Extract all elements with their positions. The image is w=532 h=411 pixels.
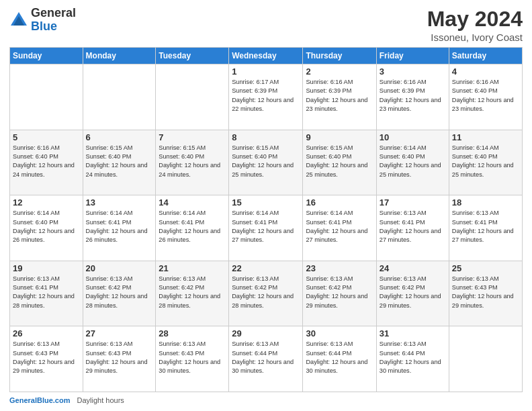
calendar-header-cell: Thursday — [303, 48, 376, 64]
calendar-cell: 6Sunrise: 6:15 AM Sunset: 6:40 PM Daylig… — [83, 130, 156, 195]
day-info: Sunrise: 6:15 AM Sunset: 6:40 PM Dayligh… — [306, 144, 373, 179]
calendar-cell: 5Sunrise: 6:16 AM Sunset: 6:40 PM Daylig… — [10, 130, 83, 195]
calendar-header-cell: Wednesday — [229, 48, 303, 64]
day-number: 29 — [232, 328, 300, 338]
day-info: Sunrise: 6:14 AM Sunset: 6:41 PM Dayligh… — [306, 209, 373, 244]
day-number: 17 — [380, 197, 446, 208]
calendar-cell: 30Sunrise: 6:13 AM Sunset: 6:44 PM Dayli… — [303, 326, 376, 392]
day-info: Sunrise: 6:13 AM Sunset: 6:43 PM Dayligh… — [159, 340, 226, 375]
footer-daylight: Daylight hours — [77, 396, 124, 404]
calendar-cell: 20Sunrise: 6:13 AM Sunset: 6:42 PM Dayli… — [83, 261, 156, 326]
calendar-cell: 14Sunrise: 6:14 AM Sunset: 6:41 PM Dayli… — [156, 195, 229, 261]
day-number: 7 — [159, 132, 226, 142]
calendar-cell: 15Sunrise: 6:14 AM Sunset: 6:41 PM Dayli… — [229, 195, 303, 261]
day-number: 26 — [13, 328, 80, 338]
day-info: Sunrise: 6:15 AM Sunset: 6:40 PM Dayligh… — [86, 144, 153, 179]
day-number: 6 — [86, 132, 153, 142]
calendar-header-cell: Tuesday — [156, 48, 229, 64]
calendar-cell: 11Sunrise: 6:14 AM Sunset: 6:40 PM Dayli… — [449, 130, 522, 195]
page: General Blue May 2024 Issoneu, Ivory Coa… — [0, 0, 532, 411]
day-info: Sunrise: 6:13 AM Sunset: 6:43 PM Dayligh… — [13, 340, 80, 375]
title-block: May 2024 Issoneu, Ivory Coast — [427, 7, 523, 43]
calendar-cell: 8Sunrise: 6:15 AM Sunset: 6:40 PM Daylig… — [229, 130, 303, 195]
calendar-cell: 29Sunrise: 6:13 AM Sunset: 6:44 PM Dayli… — [229, 326, 303, 392]
day-info: Sunrise: 6:16 AM Sunset: 6:39 PM Dayligh… — [380, 78, 446, 113]
calendar-cell: 22Sunrise: 6:13 AM Sunset: 6:42 PM Dayli… — [229, 261, 303, 326]
day-number: 18 — [452, 197, 519, 208]
calendar-cell — [10, 64, 83, 130]
calendar-header-cell: Sunday — [10, 48, 83, 64]
day-number: 23 — [306, 263, 373, 273]
logo-text: General Blue — [31, 7, 76, 34]
day-number: 2 — [306, 66, 373, 77]
calendar-cell: 25Sunrise: 6:13 AM Sunset: 6:43 PM Dayli… — [449, 261, 522, 326]
calendar-week-row: 26Sunrise: 6:13 AM Sunset: 6:43 PM Dayli… — [10, 326, 523, 392]
day-number: 22 — [232, 263, 300, 273]
calendar-cell: 16Sunrise: 6:14 AM Sunset: 6:41 PM Dayli… — [303, 195, 376, 261]
day-info: Sunrise: 6:16 AM Sunset: 6:39 PM Dayligh… — [306, 78, 373, 113]
subtitle: Issoneu, Ivory Coast — [427, 32, 523, 43]
calendar-cell: 31Sunrise: 6:13 AM Sunset: 6:44 PM Dayli… — [376, 326, 449, 392]
day-info: Sunrise: 6:16 AM Sunset: 6:40 PM Dayligh… — [452, 78, 519, 113]
calendar-cell: 13Sunrise: 6:14 AM Sunset: 6:41 PM Dayli… — [83, 195, 156, 261]
day-number: 14 — [159, 197, 226, 208]
calendar-week-row: 5Sunrise: 6:16 AM Sunset: 6:40 PM Daylig… — [10, 130, 523, 195]
day-number: 11 — [452, 132, 519, 142]
calendar-header-cell: Monday — [83, 48, 156, 64]
day-info: Sunrise: 6:13 AM Sunset: 6:43 PM Dayligh… — [452, 275, 519, 310]
day-number: 3 — [380, 66, 446, 77]
day-number: 1 — [232, 66, 300, 77]
day-number: 20 — [86, 263, 153, 273]
day-number: 16 — [306, 197, 373, 208]
day-info: Sunrise: 6:14 AM Sunset: 6:41 PM Dayligh… — [159, 209, 226, 244]
calendar-cell: 3Sunrise: 6:16 AM Sunset: 6:39 PM Daylig… — [376, 64, 449, 130]
calendar-cell: 18Sunrise: 6:13 AM Sunset: 6:41 PM Dayli… — [449, 195, 522, 261]
day-info: Sunrise: 6:13 AM Sunset: 6:43 PM Dayligh… — [86, 340, 153, 375]
day-number: 12 — [13, 197, 80, 208]
day-info: Sunrise: 6:15 AM Sunset: 6:40 PM Dayligh… — [232, 144, 300, 179]
calendar-body: 1Sunrise: 6:17 AM Sunset: 6:39 PM Daylig… — [10, 64, 523, 392]
footer: GeneralBlue.com Daylight hours — [9, 396, 523, 404]
calendar: SundayMondayTuesdayWednesdayThursdayFrid… — [9, 47, 523, 392]
calendar-cell: 26Sunrise: 6:13 AM Sunset: 6:43 PM Dayli… — [10, 326, 83, 392]
day-info: Sunrise: 6:14 AM Sunset: 6:40 PM Dayligh… — [13, 209, 80, 244]
day-number: 4 — [452, 66, 519, 77]
day-info: Sunrise: 6:13 AM Sunset: 6:41 PM Dayligh… — [13, 275, 80, 310]
calendar-header-row: SundayMondayTuesdayWednesdayThursdayFrid… — [10, 48, 523, 64]
day-info: Sunrise: 6:13 AM Sunset: 6:42 PM Dayligh… — [159, 275, 226, 310]
calendar-cell: 2Sunrise: 6:16 AM Sunset: 6:39 PM Daylig… — [303, 64, 376, 130]
day-number: 31 — [380, 328, 446, 338]
day-number: 30 — [306, 328, 373, 338]
day-info: Sunrise: 6:13 AM Sunset: 6:44 PM Dayligh… — [232, 340, 300, 375]
day-info: Sunrise: 6:15 AM Sunset: 6:40 PM Dayligh… — [159, 144, 226, 179]
day-number: 8 — [232, 132, 300, 142]
calendar-week-row: 12Sunrise: 6:14 AM Sunset: 6:40 PM Dayli… — [10, 195, 523, 261]
calendar-cell — [83, 64, 156, 130]
day-number: 13 — [86, 197, 153, 208]
day-info: Sunrise: 6:13 AM Sunset: 6:42 PM Dayligh… — [86, 275, 153, 310]
day-number: 9 — [306, 132, 373, 142]
day-info: Sunrise: 6:13 AM Sunset: 6:42 PM Dayligh… — [306, 275, 373, 310]
calendar-cell: 28Sunrise: 6:13 AM Sunset: 6:43 PM Dayli… — [156, 326, 229, 392]
calendar-cell: 4Sunrise: 6:16 AM Sunset: 6:40 PM Daylig… — [449, 64, 522, 130]
day-info: Sunrise: 6:14 AM Sunset: 6:40 PM Dayligh… — [380, 144, 446, 179]
day-info: Sunrise: 6:13 AM Sunset: 6:44 PM Dayligh… — [306, 340, 373, 375]
day-info: Sunrise: 6:13 AM Sunset: 6:41 PM Dayligh… — [452, 209, 519, 244]
calendar-cell: 7Sunrise: 6:15 AM Sunset: 6:40 PM Daylig… — [156, 130, 229, 195]
calendar-cell: 21Sunrise: 6:13 AM Sunset: 6:42 PM Dayli… — [156, 261, 229, 326]
logo-blue: Blue — [31, 20, 76, 34]
calendar-cell: 27Sunrise: 6:13 AM Sunset: 6:43 PM Dayli… — [83, 326, 156, 392]
day-number: 28 — [159, 328, 226, 338]
logo-icon — [9, 11, 28, 30]
day-number: 15 — [232, 197, 300, 208]
day-number: 24 — [380, 263, 446, 273]
day-number: 25 — [452, 263, 519, 273]
calendar-cell: 23Sunrise: 6:13 AM Sunset: 6:42 PM Dayli… — [303, 261, 376, 326]
calendar-cell — [156, 64, 229, 130]
calendar-cell: 1Sunrise: 6:17 AM Sunset: 6:39 PM Daylig… — [229, 64, 303, 130]
calendar-cell: 17Sunrise: 6:13 AM Sunset: 6:41 PM Dayli… — [376, 195, 449, 261]
day-number: 10 — [380, 132, 446, 142]
day-info: Sunrise: 6:14 AM Sunset: 6:40 PM Dayligh… — [452, 144, 519, 179]
day-number: 5 — [13, 132, 80, 142]
calendar-week-row: 19Sunrise: 6:13 AM Sunset: 6:41 PM Dayli… — [10, 261, 523, 326]
